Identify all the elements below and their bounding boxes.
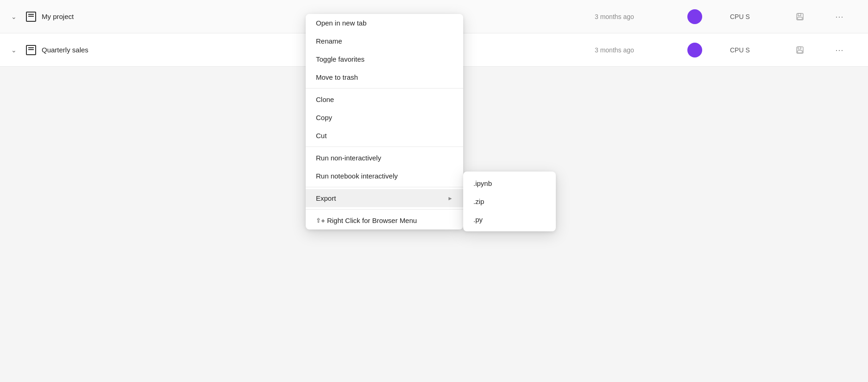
avatar <box>687 9 702 24</box>
menu-item-open-new-tab[interactable]: Open in new tab <box>306 14 463 32</box>
chevron-icon[interactable]: ⌄ <box>11 13 20 20</box>
svg-rect-2 <box>798 17 802 19</box>
menu-item-cut[interactable]: Cut <box>306 127 463 145</box>
notebook-icon <box>26 45 36 55</box>
notebook-icon <box>26 12 36 22</box>
cpu-label: CPU S <box>730 46 767 54</box>
arrow-right-icon: ► <box>447 195 453 202</box>
save-icon[interactable] <box>795 45 805 55</box>
shift-icon: ⇧ <box>316 217 321 224</box>
save-icon[interactable] <box>795 12 805 22</box>
svg-rect-5 <box>798 51 802 53</box>
svg-rect-4 <box>798 47 801 49</box>
menu-divider <box>306 209 463 210</box>
menu-divider <box>306 88 463 89</box>
menu-divider <box>306 187 463 187</box>
file-name: Quarterly sales <box>42 46 88 54</box>
menu-item-run-non-interactively[interactable]: Run non-interactively <box>306 149 463 167</box>
menu-item-run-notebook-interactively[interactable]: Run notebook interactively <box>306 167 463 185</box>
menu-item-export[interactable]: Export ► <box>306 189 463 207</box>
submenu-item-py[interactable]: .py <box>463 210 556 229</box>
file-name: My project <box>42 13 74 20</box>
chevron-icon[interactable]: ⌄ <box>11 46 20 54</box>
menu-item-copy[interactable]: Copy <box>306 108 463 127</box>
menu-item-browser-menu[interactable]: ⇧ + Right Click for Browser Menu <box>306 211 463 229</box>
menu-item-clone[interactable]: Clone <box>306 90 463 108</box>
avatar <box>687 43 702 57</box>
svg-rect-1 <box>798 13 801 16</box>
menu-item-toggle-favorites[interactable]: Toggle favorites <box>306 50 463 68</box>
menu-item-move-to-trash[interactable]: Move to trash <box>306 68 463 86</box>
export-submenu: .ipynb .zip .py <box>463 172 556 231</box>
menu-item-rename[interactable]: Rename <box>306 32 463 50</box>
submenu-item-ipynb[interactable]: .ipynb <box>463 174 556 192</box>
context-menu: Open in new tab Rename Toggle favorites … <box>306 14 463 229</box>
more-options-icon[interactable]: ⋯ <box>833 10 846 23</box>
cpu-label: CPU S <box>730 13 767 20</box>
more-options-icon[interactable]: ⋯ <box>833 44 846 57</box>
submenu-item-zip[interactable]: .zip <box>463 192 556 210</box>
file-time: 3 months ago <box>595 13 660 20</box>
file-time: 3 months ago <box>595 46 660 54</box>
menu-divider <box>306 146 463 147</box>
